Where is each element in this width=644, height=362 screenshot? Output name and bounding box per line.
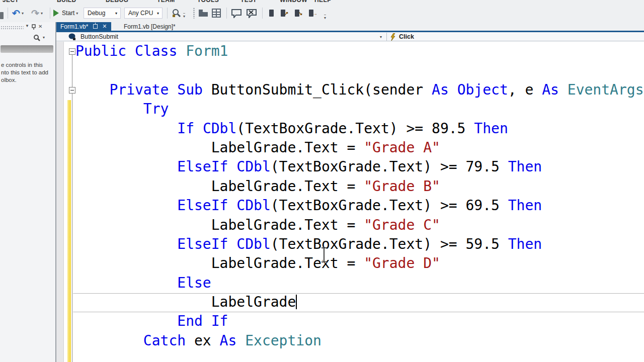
text-caret [296, 295, 297, 309]
indicator-margin [56, 42, 64, 362]
menu-item-help[interactable]: HELP [314, 0, 332, 4]
chevron-down-icon: ▾ [324, 15, 326, 20]
code-line[interactable]: Private Sub ButtonSubmit_Click(sender As… [75, 80, 644, 100]
menu-item-tools[interactable]: TOOLS [197, 0, 219, 4]
panel-grip[interactable] [1, 26, 24, 30]
undo-button[interactable]: ↶ ▾ [12, 4, 24, 22]
close-icon[interactable]: ✕ [38, 24, 42, 29]
toolbox-text-line: e controls in this [1, 61, 55, 69]
chevron-down-icon[interactable]: ▾ [183, 13, 185, 19]
uncomment-icon [246, 9, 257, 18]
find-icon [172, 8, 182, 18]
code-line[interactable]: ElseIf CDbl(TextBoxGrade.Text) >= 59.5 T… [75, 235, 644, 254]
menu-item-window[interactable]: WINDOW [280, 0, 307, 4]
event-dropdown[interactable]: Click [399, 33, 414, 40]
toolbox-group-header[interactable] [1, 45, 53, 53]
menu-item-debug[interactable]: DEBUG [106, 0, 128, 4]
code-editor[interactable]: Public Class Form1 Private Sub ButtonSub… [56, 42, 644, 362]
code-line[interactable]: LabelGrade.Text = "Grade D" [75, 254, 644, 273]
toolbox-text-line: nto this text to add [1, 69, 55, 76]
start-label: Start [62, 10, 74, 17]
toolbox-text-line: olbox. [1, 76, 55, 84]
code-line[interactable]: ElseIf CDbl(TextBoxGrade.Text) >= 79.5 T… [75, 157, 644, 176]
standard-toolbar: ↶ ▾ ↷ ▾ Start ▾ Debug ▾ Any CPU ▾ [0, 4, 644, 22]
code-line[interactable]: LabelGrade.Text = "Grade A" [75, 138, 644, 157]
code-line[interactable]: Catch ex As Exception [75, 331, 644, 350]
redo-button[interactable]: ↷ ▾ [31, 4, 43, 22]
tab-form1-vb-design[interactable]: Form1.vb [Design]* [118, 22, 182, 31]
code-line[interactable]: Public Class Form1 [75, 42, 644, 61]
toolbar-separator [167, 8, 168, 19]
properties-window-button[interactable] [211, 4, 221, 22]
platform-value: Any CPU [125, 10, 154, 17]
toggle-bookmark-button[interactable] [269, 4, 274, 22]
toolbox-panel: ▼ ✕ ▾ e controls in thisnto this text to… [0, 22, 55, 362]
code-line[interactable]: End If [75, 312, 644, 331]
chevron-down-icon[interactable]: ▾ [76, 11, 78, 16]
menu-item-team[interactable]: TEAM [157, 0, 175, 4]
chevron-down-icon[interactable]: ▾ [41, 11, 43, 16]
clipped-toolbar-icon [0, 12, 4, 19]
document-tabstrip: Form1.vb* ✕ Form1.vb [Design]* [56, 22, 644, 31]
chevron-down-icon[interactable]: ▾ [43, 35, 45, 40]
chevron-down-icon[interactable]: ▾ [380, 35, 382, 39]
code-text[interactable]: Public Class Form1 Private Sub ButtonSub… [64, 42, 644, 350]
undo-icon: ↶ [12, 9, 20, 18]
uncomment-button[interactable] [246, 4, 257, 22]
mouse-ibeam-cursor [320, 247, 328, 263]
toolbar-drag-grip[interactable] [193, 8, 195, 19]
properties-icon [211, 9, 221, 18]
code-line[interactable]: If CDbl(TextBoxGrade.Text) >= 89.5 Then [75, 119, 644, 138]
comment-icon [231, 9, 242, 18]
close-icon[interactable]: ✕ [102, 23, 107, 30]
editor-navigation-bar: ButtonSubmit ▾ Click [56, 32, 644, 41]
tab-label: Form1.vb [Design]* [124, 23, 176, 30]
member-dropdown[interactable]: ButtonSubmit [80, 33, 118, 40]
configuration-value: Debug [84, 10, 112, 17]
toolbox-empty-text: e controls in thisnto this text to addol… [1, 61, 55, 84]
toolbar-separator [226, 8, 227, 19]
tab-label: Form1.vb* [60, 23, 88, 30]
pin-icon[interactable] [31, 24, 36, 30]
menu-item-build[interactable]: BUILD [57, 0, 76, 4]
chevron-down-icon[interactable]: ▾ [22, 11, 24, 16]
start-debug-icon [53, 10, 59, 17]
solution-folder-icon [198, 9, 208, 17]
redo-icon: ↷ [31, 9, 39, 18]
event-lightning-icon [390, 33, 396, 41]
menu-item-test[interactable]: TEST [240, 0, 257, 4]
previous-bookmark-button[interactable]: ↗ [281, 4, 288, 22]
code-line[interactable]: Try [75, 100, 644, 119]
next-bookmark-button[interactable]: ↘ [295, 4, 302, 22]
toolbox-titlebar[interactable]: ▼ ✕ [0, 23, 55, 32]
solution-configuration-combobox[interactable]: Debug ▾ [84, 8, 121, 19]
menu-item-ject[interactable]: JECT [3, 0, 19, 4]
find-in-files-button[interactable]: ▾ [172, 4, 185, 22]
search-icon [33, 34, 41, 42]
solution-explorer-button[interactable] [198, 4, 208, 22]
bookmark-icon [269, 10, 274, 17]
code-line[interactable]: LabelGrade [75, 293, 644, 312]
chevron-down-icon[interactable]: ▼ [25, 24, 29, 28]
clear-bookmarks-button[interactable]: → [309, 4, 317, 22]
toolbar-separator [50, 8, 50, 19]
member-object-icon [68, 33, 77, 41]
menubar: JECTBUILDDEBUGTEAMTOOLSTESTWINDOWHELP [0, 0, 644, 4]
chevron-down-icon: ▾ [154, 11, 162, 16]
solution-platform-combobox[interactable]: Any CPU ▾ [124, 8, 163, 19]
code-line[interactable]: LabelGrade.Text = "Grade C" [75, 216, 644, 235]
pin-icon[interactable] [93, 24, 98, 29]
tab-form1-vb[interactable]: Form1.vb* ✕ [56, 22, 111, 31]
chevron-down-icon: ▾ [112, 11, 120, 16]
comment-button[interactable] [231, 4, 242, 22]
code-line[interactable]: LabelGrade.Text = "Grade B" [75, 177, 644, 196]
code-line[interactable]: ElseIf CDbl(TextBoxGrade.Text) >= 69.5 T… [75, 196, 644, 215]
start-debug-button[interactable]: Start ▾ [53, 4, 78, 22]
vs-window: JECTBUILDDEBUGTEAMTOOLSTESTWINDOWHELP ↶ … [0, 0, 644, 362]
toolbar-separator [8, 8, 8, 19]
code-line[interactable]: Else [75, 274, 644, 293]
code-line[interactable] [75, 61, 644, 80]
toolbar-separator [262, 8, 263, 19]
toolbox-search[interactable]: ▾ [0, 32, 55, 44]
navbar-divider [386, 33, 387, 41]
